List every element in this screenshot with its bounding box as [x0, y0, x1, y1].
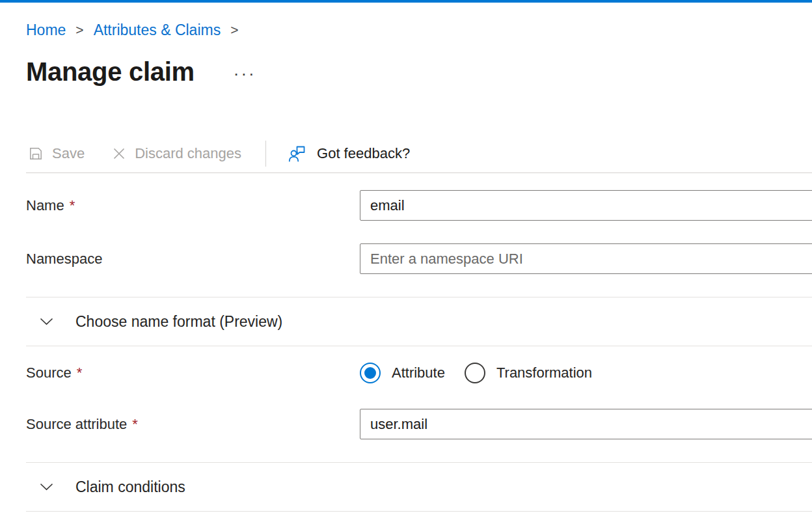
manage-claim-pane: Home > Attributes & Claims > Manage clai…	[0, 21, 812, 512]
breadcrumb-separator: >	[230, 21, 238, 38]
source-attribute-field-label: Source attribute *	[26, 416, 360, 433]
claim-conditions-section-title: Claim conditions	[75, 477, 185, 497]
choose-name-format-section-header[interactable]: Choose name format (Preview)	[26, 297, 812, 346]
breadcrumb-separator: >	[75, 21, 83, 38]
discard-changes-button[interactable]: Discard changes	[112, 145, 241, 162]
title-row: Manage claim ···	[26, 55, 812, 88]
radio-button-icon	[465, 363, 485, 383]
save-button-label: Save	[52, 145, 85, 162]
top-accent-bar	[0, 0, 812, 3]
namespace-field-cell	[360, 243, 812, 274]
got-feedback-label: Got feedback?	[317, 145, 410, 162]
source-field-label: Source *	[26, 365, 360, 381]
claim-conditions-section-header[interactable]: Claim conditions	[26, 462, 812, 512]
chevron-down-icon	[40, 483, 53, 491]
toolbar-divider	[265, 141, 266, 167]
feedback-person-chat-icon	[288, 144, 307, 163]
required-marker: *	[132, 416, 138, 433]
context-menu-icon[interactable]: ···	[234, 64, 256, 84]
source-option-transformation[interactable]: Transformation	[465, 363, 592, 383]
name-field-label: Name *	[26, 197, 360, 214]
source-option-attribute-label: Attribute	[392, 365, 445, 381]
breadcrumb: Home > Attributes & Claims >	[26, 21, 812, 38]
required-marker: *	[70, 197, 75, 214]
source-label-text: Source	[26, 365, 72, 381]
namespace-field-row: Namespace	[26, 243, 812, 274]
discard-x-icon	[112, 146, 126, 161]
required-marker: *	[77, 365, 83, 381]
choose-name-format-section-title: Choose name format (Preview)	[75, 312, 282, 331]
name-input[interactable]	[360, 190, 812, 221]
namespace-field-label: Namespace	[26, 251, 360, 268]
name-field-cell	[360, 190, 812, 221]
source-attribute-field-row: Source attribute *	[26, 409, 812, 439]
save-icon	[28, 146, 44, 161]
command-bar: Save Discard changes Got feedback?	[26, 135, 812, 173]
source-attribute-field-cell	[360, 409, 812, 439]
page-title: Manage claim	[26, 55, 195, 88]
breadcrumb-link-home[interactable]: Home	[26, 21, 66, 38]
claim-form: Name * Namespace Choose name format (Pre…	[26, 190, 812, 512]
got-feedback-button[interactable]: Got feedback?	[288, 144, 410, 163]
name-field-row: Name *	[26, 190, 812, 221]
source-radio-group: Attribute Transformation	[360, 363, 812, 383]
source-option-attribute[interactable]: Attribute	[360, 363, 445, 383]
source-option-transformation-label: Transformation	[496, 365, 592, 381]
namespace-input[interactable]	[360, 243, 812, 274]
discard-changes-label: Discard changes	[135, 145, 241, 162]
source-attribute-label-text: Source attribute	[26, 416, 127, 433]
breadcrumb-link-attributes-claims[interactable]: Attributes & Claims	[94, 21, 221, 38]
radio-button-icon	[360, 363, 381, 383]
source-field-row: Source * Attribute Transformation	[26, 358, 812, 388]
source-attribute-input[interactable]	[360, 409, 812, 439]
name-label-text: Name	[26, 197, 64, 214]
namespace-label-text: Namespace	[26, 251, 102, 268]
chevron-down-icon	[40, 318, 53, 325]
save-button[interactable]: Save	[28, 145, 85, 162]
